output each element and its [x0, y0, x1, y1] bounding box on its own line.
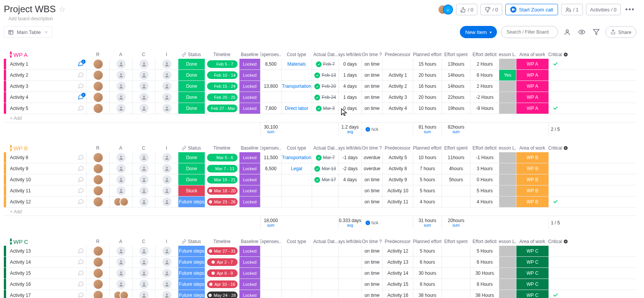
ontime-cell[interactable]: on time [361, 246, 382, 256]
group-title[interactable]: WP C [13, 238, 75, 245]
cost-type-cell[interactable]: Direct labor [285, 106, 308, 111]
actual-date-cell[interactable] [312, 246, 338, 256]
expenses-cell[interactable] [260, 279, 281, 290]
lesson-cell[interactable] [499, 290, 516, 298]
person-avatar[interactable] [139, 269, 149, 278]
predecessor-cell[interactable]: Activity 11 [382, 197, 413, 207]
col-timeline[interactable]: Timeline [205, 50, 239, 59]
person-avatar[interactable] [162, 60, 172, 69]
person-avatar[interactable] [139, 164, 149, 173]
activities-chip[interactable]: Activities / 0 [586, 4, 621, 15]
col-expenses[interactable]: Expenses... [260, 144, 281, 152]
person-avatar[interactable] [139, 153, 149, 162]
area-cell[interactable]: WP B [516, 185, 549, 196]
col-deficit[interactable]: Effort deficit [470, 237, 499, 246]
deficit-cell[interactable]: -1 Hours [470, 152, 499, 163]
status-cell[interactable]: Future steps [178, 257, 205, 267]
planned-cell[interactable]: 38 hours [413, 290, 442, 298]
chat-icon[interactable] [78, 247, 84, 255]
deficit-cell[interactable]: 30 Hours [470, 268, 499, 279]
col-a[interactable]: A [109, 144, 132, 152]
item-name[interactable]: Activity 14 [6, 257, 75, 267]
col-area[interactable]: Area of work [516, 50, 549, 59]
person-avatar[interactable] [162, 291, 172, 298]
baseline-cell[interactable]: Locked [239, 174, 260, 185]
days-cell[interactable]: 4 days [338, 81, 361, 92]
ontime-cell[interactable]: on time [361, 197, 382, 207]
person-avatar[interactable] [117, 153, 126, 162]
lesson-cell[interactable] [499, 81, 516, 92]
lesson-cell[interactable] [499, 185, 516, 196]
table-row[interactable]: Activity 15 Future steps Apr 8 - 9 Locke… [4, 268, 636, 279]
area-cell[interactable]: WP C [516, 268, 549, 279]
actual-date-cell[interactable] [312, 197, 338, 207]
col-lesson[interactable]: Lesson L... [499, 237, 516, 246]
baseline-cell[interactable]: Locked [239, 70, 260, 81]
person-avatar[interactable] [117, 104, 126, 113]
search-input[interactable] [501, 26, 558, 38]
col-status[interactable]: Status [178, 50, 205, 59]
col-status[interactable]: Status [178, 237, 205, 246]
add-column-button[interactable] [562, 237, 570, 246]
col-cost-type[interactable]: Cost type [281, 144, 312, 152]
views-chip[interactable]: / 0 [481, 4, 502, 15]
expenses-cell[interactable] [260, 246, 281, 256]
area-cell[interactable]: WP A [516, 59, 549, 69]
actual-date-cell[interactable]: Mar 17 [312, 174, 338, 185]
person-avatar[interactable] [162, 175, 172, 184]
days-cell[interactable]: -2 days [338, 163, 361, 174]
item-name[interactable]: Activity 16 [6, 279, 75, 290]
planned-cell[interactable]: 5 hours [413, 174, 442, 185]
table-row[interactable]: Activity 10 Done Mar 19 - 21 Locked Mar … [4, 174, 636, 185]
person-avatar[interactable] [117, 269, 126, 278]
predecessor-cell[interactable]: Activity 8 [382, 163, 413, 174]
lesson-cell[interactable] [499, 197, 516, 207]
critical-cell[interactable] [549, 279, 562, 290]
person-filter-icon[interactable] [562, 27, 573, 37]
col-critical[interactable]: Critical [549, 237, 562, 246]
days-cell[interactable] [338, 246, 361, 256]
deficit-cell[interactable]: 2 Hours [470, 81, 499, 92]
item-name[interactable]: Activity 13 [6, 246, 75, 256]
days-cell[interactable] [338, 197, 361, 207]
ontime-cell[interactable]: on time [361, 70, 382, 81]
group-collapse-toggle[interactable]: ▾ [10, 145, 12, 151]
person-avatar[interactable] [94, 186, 103, 195]
person-avatar[interactable] [94, 104, 103, 113]
critical-cell[interactable] [549, 92, 562, 103]
col-timeline[interactable]: Timeline [205, 144, 239, 152]
chat-icon[interactable] [78, 280, 84, 288]
col-i[interactable]: I [155, 237, 178, 246]
table-row[interactable]: Activity 4 Done Feb 20 - 25 Locked Feb 2… [4, 92, 636, 103]
planned-cell[interactable]: 6 hours [413, 257, 442, 267]
deficit-cell[interactable]: 8 Hours [470, 279, 499, 290]
actual-date-cell[interactable] [312, 268, 338, 279]
col-lesson[interactable]: Lesson L... [499, 144, 516, 152]
area-cell[interactable]: WP C [516, 290, 549, 298]
area-cell[interactable]: WP B [516, 197, 549, 207]
col-expenses[interactable]: Expenses... [260, 50, 281, 59]
status-cell[interactable]: Future steps [178, 197, 205, 207]
item-name[interactable]: Activity 4 [6, 92, 75, 103]
col-days[interactable]: days left/delay [338, 50, 361, 59]
col-days[interactable]: days left/delay [338, 237, 361, 246]
add-column-button[interactable] [562, 144, 570, 152]
days-cell[interactable] [338, 257, 361, 267]
spent-cell[interactable] [442, 246, 470, 256]
spent-cell[interactable] [442, 197, 470, 207]
table-row[interactable]: Activity 1 Done Feb 5 - 7 Locked 8,500 M… [4, 59, 636, 70]
planned-cell[interactable]: 8 hours [413, 279, 442, 290]
spent-cell[interactable]: 19hours [442, 103, 470, 114]
col-c[interactable]: C [132, 237, 155, 246]
person-avatar[interactable] [117, 71, 126, 80]
planned-cell[interactable]: 16 hours [413, 81, 442, 92]
deficit-cell[interactable]: 4 Hours [470, 197, 499, 207]
col-days[interactable]: days left/delay [338, 144, 361, 152]
planned-cell[interactable]: 20 hours [413, 92, 442, 103]
status-cell[interactable]: Done [178, 92, 205, 103]
col-c[interactable]: C [132, 144, 155, 152]
days-cell[interactable] [338, 185, 361, 196]
col-pred[interactable]: Predecessor [382, 144, 413, 152]
predecessor-cell[interactable]: Activity 16 [382, 290, 413, 298]
spent-cell[interactable]: 5hours [442, 174, 470, 185]
